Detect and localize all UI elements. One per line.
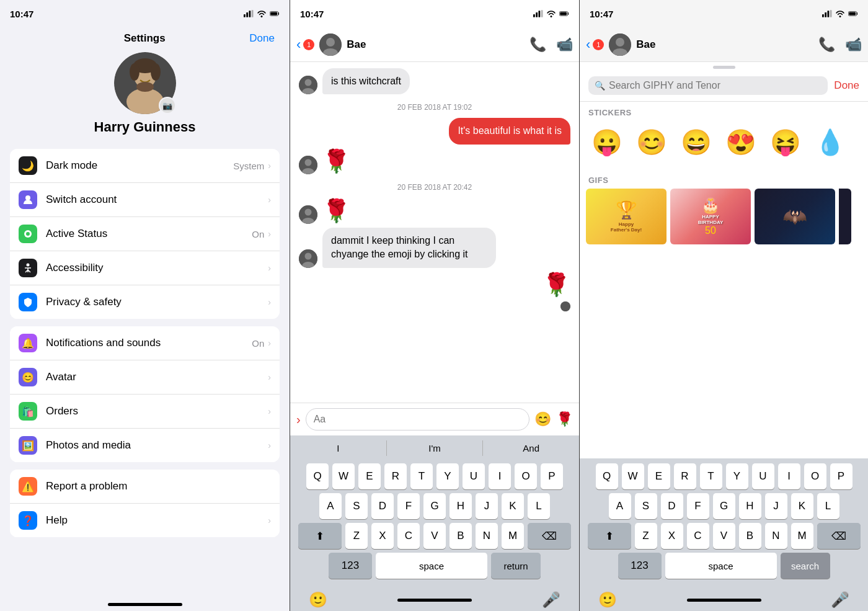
phone-button-right[interactable]: 📞 xyxy=(818,37,835,53)
key-l[interactable]: L xyxy=(528,493,550,519)
key-rw[interactable]: W xyxy=(622,463,644,489)
suggestion-2[interactable]: I'm xyxy=(387,440,484,456)
key-h[interactable]: H xyxy=(450,493,472,519)
key-rq[interactable]: Q xyxy=(596,463,618,489)
key-space[interactable]: space xyxy=(376,553,487,579)
message-input[interactable] xyxy=(306,408,529,430)
mic-icon[interactable]: 🎤 xyxy=(542,591,560,609)
key-rk[interactable]: K xyxy=(791,493,813,519)
settings-done-button[interactable]: Done xyxy=(249,32,275,45)
emoji-picker-icon[interactable]: 🙂 xyxy=(309,591,327,609)
key-i[interactable]: I xyxy=(489,463,511,489)
key-e[interactable]: E xyxy=(358,463,381,489)
key-rl[interactable]: L xyxy=(817,493,839,519)
key-ry[interactable]: Y xyxy=(726,463,748,489)
gif-2[interactable]: 🎂 HAPPYBIRTHDAY 50 xyxy=(670,189,751,244)
sticker-1[interactable]: 😛 xyxy=(586,121,628,163)
sticker-2[interactable]: 😊 xyxy=(631,121,673,163)
settings-item-dark-mode[interactable]: 🌙 Dark mode System › xyxy=(10,149,280,183)
key-rp[interactable]: P xyxy=(830,463,852,489)
key-x[interactable]: X xyxy=(371,523,394,549)
rose-button[interactable]: 🌹 xyxy=(556,411,573,427)
key-ra[interactable]: A xyxy=(609,493,631,519)
key-b[interactable]: B xyxy=(450,523,472,549)
key-delete[interactable]: ⌫ xyxy=(528,523,571,549)
settings-item-photos[interactable]: 🖼️ Photos and media › xyxy=(10,429,280,462)
camera-icon[interactable]: 📷 xyxy=(159,97,176,114)
sticker-5[interactable]: 😝 xyxy=(764,121,807,163)
key-rm[interactable]: M xyxy=(791,523,813,549)
key-r123[interactable]: 123 xyxy=(618,553,662,579)
settings-item-help[interactable]: ❓ Help › xyxy=(10,504,280,537)
key-r[interactable]: R xyxy=(384,463,407,489)
emoji-button[interactable]: 😊 xyxy=(534,411,551,427)
key-rspace[interactable]: space xyxy=(665,553,777,579)
settings-item-report[interactable]: ⚠️ Report a problem xyxy=(10,470,280,504)
key-rj[interactable]: J xyxy=(765,493,787,519)
key-rv[interactable]: V xyxy=(713,523,735,549)
settings-item-orders[interactable]: 🛍️ Orders › xyxy=(10,395,280,429)
key-g[interactable]: G xyxy=(423,493,446,519)
key-123[interactable]: 123 xyxy=(329,553,372,579)
key-v[interactable]: V xyxy=(423,523,446,549)
key-rd[interactable]: D xyxy=(661,493,683,519)
sticker-3[interactable]: 😄 xyxy=(675,121,717,163)
key-rz[interactable]: Z xyxy=(635,523,657,549)
settings-item-avatar[interactable]: 😊 Avatar › xyxy=(10,360,280,395)
back-button[interactable]: ‹ 1 xyxy=(296,37,314,53)
giphy-search-input[interactable] xyxy=(609,80,822,91)
key-c[interactable]: C xyxy=(397,523,420,549)
key-rn[interactable]: N xyxy=(765,523,787,549)
key-rx[interactable]: X xyxy=(661,523,683,549)
back-button-right[interactable]: ‹ 1 xyxy=(586,37,604,53)
key-f[interactable]: F xyxy=(397,493,420,519)
key-ri[interactable]: I xyxy=(778,463,800,489)
key-z[interactable]: Z xyxy=(345,523,368,549)
key-shift[interactable]: ⬆ xyxy=(298,523,342,549)
key-rh[interactable]: H xyxy=(739,493,761,519)
key-j[interactable]: J xyxy=(476,493,498,519)
suggestion-3[interactable]: And xyxy=(483,440,579,456)
key-w[interactable]: W xyxy=(332,463,355,489)
suggestion-1[interactable]: I xyxy=(290,440,387,456)
settings-item-switch-account[interactable]: Switch account › xyxy=(10,183,280,217)
key-rshift[interactable]: ⬆ xyxy=(588,523,631,549)
key-search[interactable]: search xyxy=(781,553,830,579)
video-button[interactable]: 📹 xyxy=(556,37,573,53)
key-s[interactable]: S xyxy=(345,493,368,519)
key-ru[interactable]: U xyxy=(752,463,774,489)
key-re[interactable]: E xyxy=(648,463,670,489)
key-rdelete[interactable]: ⌫ xyxy=(817,523,861,549)
settings-item-accessibility[interactable]: Accessibility › xyxy=(10,251,280,285)
key-d[interactable]: D xyxy=(371,493,394,519)
key-q[interactable]: Q xyxy=(306,463,329,489)
giphy-search-wrap[interactable]: 🔍 xyxy=(588,76,828,95)
key-rs[interactable]: S xyxy=(635,493,657,519)
key-return[interactable]: return xyxy=(491,553,541,579)
key-y[interactable]: Y xyxy=(436,463,459,489)
key-rf[interactable]: F xyxy=(687,493,709,519)
giphy-done-button[interactable]: Done xyxy=(834,79,859,92)
key-rb[interactable]: B xyxy=(739,523,761,549)
key-a[interactable]: A xyxy=(319,493,342,519)
key-p[interactable]: P xyxy=(541,463,563,489)
key-rg[interactable]: G xyxy=(713,493,735,519)
mic-icon-right[interactable]: 🎤 xyxy=(831,591,849,609)
key-k[interactable]: K xyxy=(502,493,524,519)
key-u[interactable]: U xyxy=(463,463,485,489)
phone-button[interactable]: 📞 xyxy=(529,37,546,53)
key-ro[interactable]: O xyxy=(804,463,826,489)
sticker-6[interactable]: 💧 xyxy=(809,121,851,163)
key-rt[interactable]: T xyxy=(700,463,722,489)
video-button-right[interactable]: 📹 xyxy=(845,37,862,53)
key-n[interactable]: N xyxy=(476,523,498,549)
key-o[interactable]: O xyxy=(515,463,537,489)
settings-item-privacy[interactable]: Privacy & safety › xyxy=(10,285,280,319)
key-rc[interactable]: C xyxy=(687,523,709,549)
settings-item-active-status[interactable]: Active Status On › xyxy=(10,217,280,251)
settings-item-notifications[interactable]: 🔔 Notifications and sounds On › xyxy=(10,326,280,360)
key-rr[interactable]: R xyxy=(674,463,696,489)
expand-button[interactable]: › xyxy=(296,413,301,427)
avatar[interactable]: 📷 xyxy=(114,52,176,114)
gif-3[interactable]: 🦇 xyxy=(755,189,835,244)
